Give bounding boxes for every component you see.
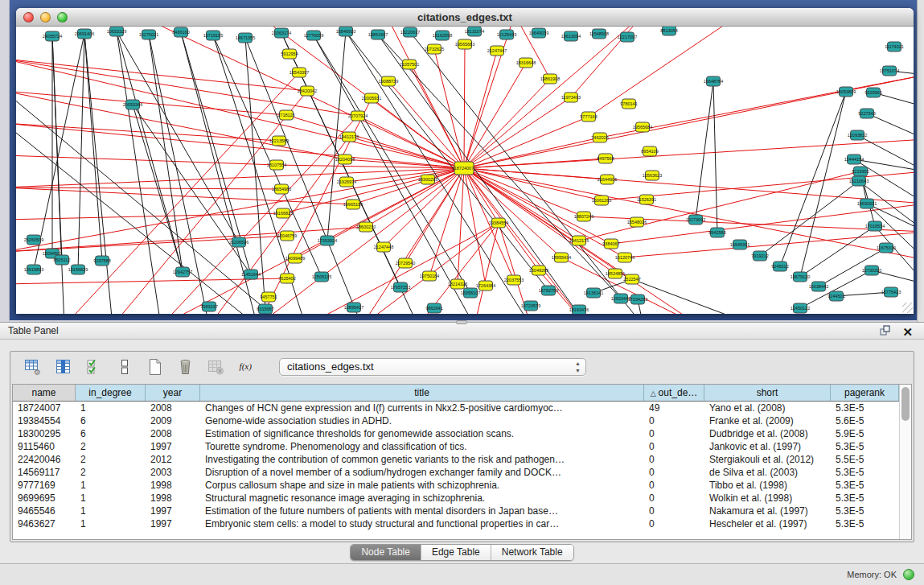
graph-node[interactable]: 9384067 — [602, 239, 619, 249]
graph-node[interactable]: 16038442 — [809, 282, 828, 291]
graph-node[interactable]: 16945301 — [730, 240, 749, 249]
table-row[interactable]: 2242004622012Investigating the contribut… — [13, 453, 899, 466]
table-row[interactable]: 946554611997Estimation of the future num… — [13, 505, 899, 517]
column-header-short[interactable]: short — [704, 385, 831, 401]
graph-node[interactable]: 8315687 — [257, 304, 273, 314]
graph-node[interactable]: 12776059 — [304, 31, 323, 40]
tab-node-table[interactable]: Node Table — [351, 545, 421, 560]
graph-node[interactable]: 25260539 — [24, 235, 43, 245]
graph-node[interactable]: 11675310 — [877, 243, 896, 253]
graph-node[interactable]: 15692931 — [857, 199, 877, 208]
graph-node[interactable]: 17016534 — [865, 221, 885, 231]
graph-node[interactable]: 18131074 — [465, 27, 484, 36]
graph-node[interactable]: 19412175 — [569, 236, 589, 245]
graph-node[interactable]: 21057501 — [400, 60, 419, 69]
graph-node[interactable]: 14099489 — [285, 253, 305, 263]
graph-node[interactable]: 9244501 — [827, 291, 844, 301]
graph-node[interactable]: 18300295 — [418, 175, 437, 184]
graph-node[interactable]: 18807249 — [574, 212, 593, 221]
graph-node[interactable]: 16846910 — [336, 27, 355, 36]
column-header-pagerank[interactable]: pagerank — [831, 385, 899, 401]
table-selector-dropdown[interactable]: citations_edges.txt ▲▼ — [279, 358, 586, 376]
tab-edge-table[interactable]: Edge Table — [421, 545, 491, 560]
graph-node[interactable]: 7625402 — [278, 274, 295, 283]
graph-node[interactable]: 13220617 — [400, 27, 420, 37]
graph-node[interactable]: 20732625 — [425, 44, 444, 54]
graph-node[interactable]: 5912954 — [281, 49, 298, 59]
network-window[interactable]: citations_edges.txt 24055724206914061065… — [16, 8, 914, 314]
graph-node[interactable]: 2522547 — [623, 274, 640, 284]
graph-node[interactable]: 10563623 — [643, 171, 662, 180]
graph-node[interactable]: 18214325 — [448, 279, 467, 289]
graph-node[interactable]: 10653329 — [107, 27, 126, 36]
table-scrollbar[interactable] — [899, 385, 911, 539]
graph-node[interactable]: 11973493 — [561, 93, 581, 102]
graph-node[interactable]: 9245012 — [771, 262, 788, 271]
graph-node[interactable]: 7462026 — [591, 133, 608, 142]
fx-icon[interactable]: f(x) — [237, 357, 257, 377]
graph-node[interactable]: 17334263 — [628, 295, 647, 304]
graph-node[interactable]: 19861908 — [540, 74, 560, 84]
column-header-title[interactable]: title — [200, 385, 644, 401]
graph-node[interactable]: 22005931 — [362, 93, 381, 103]
column-header-name[interactable]: name — [13, 385, 76, 401]
table-row[interactable]: 1938455462009Genome-wide association stu… — [13, 414, 899, 427]
graph-node[interactable]: 12450122 — [791, 303, 810, 313]
graph-node[interactable]: 16049265 — [529, 266, 548, 275]
graph-node[interactable]: 12213589 — [269, 136, 289, 146]
network-window-titlebar[interactable]: citations_edges.txt — [16, 8, 914, 27]
graph-node[interactable]: 8505112 — [53, 255, 70, 265]
network-canvas-svg[interactable]: 2405572420691406106533291527602184661601… — [16, 27, 914, 314]
graph-node[interactable]: 8466160 — [172, 27, 189, 37]
graph-node[interactable]: 16210643 — [849, 176, 869, 186]
graph-node[interactable]: 16120746 — [615, 253, 634, 262]
table-row[interactable]: 911546021997Tourette syndrome. Phenomeno… — [13, 440, 899, 453]
window-resize-grip[interactable] — [902, 303, 913, 313]
graph-node[interactable]: 18163476 — [569, 305, 589, 314]
graph-node[interactable]: 19412176 — [339, 132, 359, 142]
table-row[interactable]: 1456911722003Disruption of a novel membe… — [13, 466, 899, 479]
table-panel-titlebar[interactable]: Table Panel ✕ — [0, 322, 924, 340]
graph-node[interactable]: 19965190 — [343, 200, 363, 209]
graph-node[interactable]: 9457751 — [260, 292, 277, 302]
graph-node[interactable]: 18955434 — [552, 253, 571, 262]
graph-node[interactable]: 16723579 — [521, 301, 540, 311]
table-settings-icon[interactable]: ⚙ — [23, 357, 43, 377]
graph-node[interactable]: 16775423 — [881, 287, 901, 297]
graph-node[interactable]: 18107554 — [267, 160, 286, 170]
table-row[interactable]: 969969511998Structural magnetic resonanc… — [13, 492, 899, 505]
graph-node[interactable]: 9780141 — [620, 99, 637, 109]
graph-node[interactable]: 12444154 — [844, 154, 864, 164]
graph-node[interactable]: 16649039 — [529, 28, 548, 38]
column-chooser-icon[interactable] — [54, 357, 73, 377]
graph-node[interactable]: 12942757 — [173, 267, 192, 277]
graph-node[interactable]: 17353924 — [318, 236, 337, 245]
column-header-out_de[interactable]: △out_de… — [644, 385, 704, 401]
tab-network-table[interactable]: Network Table — [491, 545, 573, 560]
graph-node[interactable]: 8215955 — [852, 167, 869, 176]
graph-node[interactable]: 14524851 — [606, 269, 625, 278]
column-header-year[interactable]: year — [146, 385, 200, 401]
rows-icon[interactable] — [115, 357, 134, 377]
graph-node[interactable]: 14671355 — [236, 33, 255, 43]
graph-node[interactable]: 12505135 — [312, 272, 331, 282]
graph-node[interactable]: 18600230 — [356, 222, 376, 232]
graph-node[interactable]: 22037553 — [504, 275, 524, 285]
graph-node[interactable]: 12730310 — [862, 266, 881, 275]
graph-node[interactable]: 16162598 — [433, 31, 452, 40]
graph-node[interactable]: 19861907 — [368, 30, 388, 39]
graph-node[interactable]: 21247447 — [487, 46, 507, 56]
float-panel-icon[interactable] — [879, 324, 891, 340]
graph-node[interactable]: 7919212 — [751, 251, 768, 261]
graph-node[interactable]: 21644905 — [598, 175, 617, 184]
graph-node[interactable]: 21247448 — [374, 242, 393, 252]
graph-node[interactable]: 8942586 — [708, 228, 725, 237]
graph-node[interactable]: 9227343 — [858, 109, 875, 118]
graph-node[interactable]: 18654985 — [272, 184, 291, 194]
graph-node[interactable]: 11548908 — [589, 29, 609, 39]
graph-node[interactable]: 13679120 — [791, 272, 810, 282]
graph-node[interactable]: 13156829 — [68, 265, 88, 274]
graph-node[interactable]: 2718126 — [277, 110, 294, 120]
graph-node[interactable]: 23420042 — [298, 86, 317, 96]
graph-node[interactable]: 18204098 — [335, 154, 355, 164]
